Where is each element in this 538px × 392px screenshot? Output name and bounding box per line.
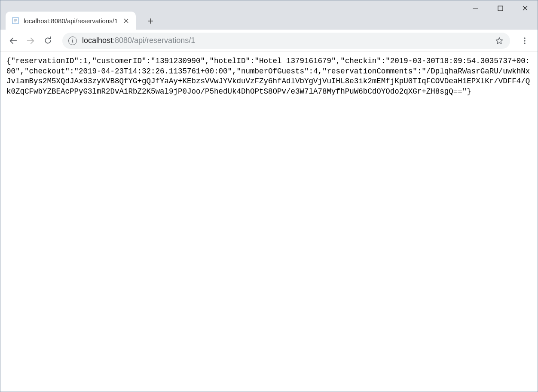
- bookmark-button[interactable]: [495, 36, 504, 46]
- maximize-icon: [498, 6, 503, 11]
- site-info-icon[interactable]: i: [68, 36, 77, 45]
- close-icon: [124, 18, 128, 23]
- minimize-icon: [472, 5, 478, 11]
- reload-button[interactable]: [39, 32, 56, 49]
- tab-active[interactable]: localhost:8080/api/reservations/1: [6, 12, 136, 30]
- window-close-button[interactable]: [513, 0, 538, 16]
- kebab-menu-icon: [521, 37, 529, 45]
- forward-button[interactable]: [22, 32, 39, 49]
- svg-point-13: [524, 40, 525, 41]
- tab-title: localhost:8080/api/reservations/1: [24, 17, 118, 24]
- minimize-button[interactable]: [463, 0, 488, 16]
- star-icon: [495, 36, 504, 45]
- toolbar: i localhost:8080/api/reservations/1: [0, 30, 538, 52]
- titlebar: localhost:8080/api/reservations/1: [0, 0, 538, 30]
- svg-point-14: [524, 43, 525, 44]
- viewport: {"reservationID":1,"customerID":"1391230…: [0, 52, 538, 392]
- url-text: localhost:8080/api/reservations/1: [82, 36, 489, 45]
- close-icon: [522, 5, 528, 11]
- menu-button[interactable]: [516, 32, 533, 49]
- window-controls: [463, 0, 538, 16]
- arrow-right-icon: [26, 36, 35, 46]
- maximize-button[interactable]: [488, 0, 513, 16]
- svg-rect-1: [498, 6, 503, 11]
- url-path: :8080/api/reservations/1: [113, 36, 195, 45]
- reload-icon: [43, 36, 52, 45]
- arrow-left-icon: [9, 36, 18, 46]
- tab-close-button[interactable]: [122, 17, 130, 24]
- tab-strip: localhost:8080/api/reservations/1: [6, 10, 158, 30]
- plus-icon: [147, 18, 154, 24]
- url-host: localhost: [82, 36, 113, 45]
- new-tab-button[interactable]: [143, 13, 158, 29]
- browser-window: localhost:8080/api/reservations/1 i loca…: [0, 0, 538, 392]
- svg-point-12: [524, 37, 525, 39]
- address-bar[interactable]: i localhost:8080/api/reservations/1: [62, 33, 510, 49]
- response-body: {"reservationID":1,"customerID":"1391230…: [6, 56, 532, 97]
- page-favicon-icon: [12, 17, 19, 24]
- back-button[interactable]: [5, 32, 22, 49]
